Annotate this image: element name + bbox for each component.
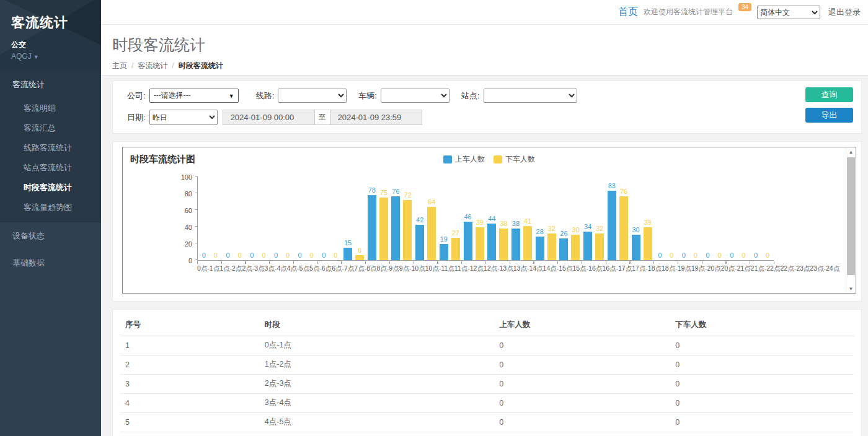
- bar-column: 32: [547, 177, 556, 260]
- company-select[interactable]: ---请选择--- ▼: [149, 89, 239, 103]
- x-axis-label: 7点-8点: [354, 264, 376, 273]
- breadcrumb: 主页/客流统计/时段客流统计: [112, 61, 868, 71]
- bar-column: 0: [655, 177, 664, 260]
- bar-value-label: 76: [620, 188, 627, 195]
- bar-group: 00: [222, 177, 246, 260]
- table-cell: 6: [120, 432, 260, 436]
- data-table-panel: 序号 时段 上车人数 下车人数 10点-1点0021点-2点0032点-3点00…: [112, 309, 862, 436]
- scroll-down-arrow-icon[interactable]: ▼: [846, 284, 856, 293]
- table-row: 43点-4点00: [120, 394, 854, 413]
- bar-column: 0: [319, 177, 328, 260]
- scroll-up-arrow-icon[interactable]: ▲: [846, 147, 856, 156]
- caret-down-icon: ▼: [229, 93, 234, 99]
- table-cell: 0: [670, 413, 854, 432]
- bar-value-label: 39: [644, 219, 651, 226]
- breadcrumb-current: 时段客流统计: [179, 61, 223, 70]
- table-cell: 0: [670, 336, 854, 355]
- bar-column: 76: [391, 177, 400, 260]
- bar-column: 30: [632, 177, 640, 260]
- breadcrumb-home[interactable]: 主页: [112, 61, 127, 70]
- bar-value-label: 0: [262, 251, 265, 259]
- language-select[interactable]: 简体中文: [757, 6, 820, 19]
- bar: [571, 235, 580, 260]
- bar-column: 0: [331, 177, 340, 260]
- table-cell: 0: [670, 375, 854, 394]
- x-axis-label: 1点-2点: [219, 264, 242, 273]
- sidebar-item-trend-chart[interactable]: 客流量趋势图: [0, 198, 101, 217]
- breadcrumb-passenger-stats[interactable]: 客流统计: [138, 61, 167, 70]
- bar-group: 4438: [485, 177, 510, 260]
- bar-column: 30: [571, 177, 580, 260]
- table-cell: 0: [494, 375, 670, 394]
- bar-group: 1927: [438, 177, 462, 260]
- x-axis-label: 23点-24点: [810, 264, 839, 273]
- sidebar-item-device-status[interactable]: 设备状态: [0, 222, 101, 250]
- bar-value-label: 0: [730, 251, 733, 259]
- sidebar-item-passenger-summary[interactable]: 客流汇总: [0, 118, 101, 138]
- bar: [632, 235, 640, 260]
- bar-value-label: 27: [452, 229, 459, 237]
- bar-column: 0: [715, 177, 724, 260]
- sidebar-item-line-stats[interactable]: 线路客流统计: [0, 138, 101, 158]
- bar: [644, 227, 652, 260]
- x-axis-label: 3点-4点: [265, 264, 287, 273]
- vehicle-select[interactable]: [381, 89, 450, 103]
- home-link[interactable]: 首页: [618, 6, 638, 19]
- bar-column: 0: [691, 177, 700, 260]
- bar-column: 38: [499, 177, 508, 260]
- bar: [476, 227, 484, 260]
- sidebar: 客流统计 公交 AQGJ▼ 客流统计 客流明细 客流汇总 线路客流统计 站点客流…: [0, 0, 101, 436]
- filter-panel: 公司: ---请选择--- ▼ 线路: 车辆: 站点: 日期: 昨日 至 查询 …: [112, 81, 862, 134]
- sidebar-item-passenger-detail[interactable]: 客流明细: [0, 98, 101, 118]
- bar-group: 00: [678, 177, 702, 260]
- chart-panel: 时段车流统计图 上车人数 下车人数 0000000000001567875767…: [112, 141, 862, 302]
- table-cell: 4: [120, 394, 260, 413]
- bar: [608, 191, 616, 260]
- sidebar-item-passenger-stats[interactable]: 客流统计: [0, 71, 101, 98]
- x-axis-label: 5点-6点: [309, 264, 332, 273]
- table-cell: 2: [120, 355, 260, 375]
- user-dropdown[interactable]: AQGJ▼: [11, 52, 90, 61]
- bar-column: 0: [247, 177, 256, 260]
- bar: [487, 224, 496, 260]
- bar-group: 00: [653, 177, 678, 260]
- sidebar-item-base-data[interactable]: 基础数据: [0, 250, 101, 277]
- scrollbar-thumb[interactable]: [847, 157, 855, 275]
- bar-group: 00: [725, 177, 750, 260]
- line-select[interactable]: [278, 89, 347, 103]
- date-from-input[interactable]: [223, 110, 314, 125]
- table-cell: 3点-4点: [260, 394, 495, 413]
- station-select[interactable]: [484, 89, 577, 103]
- bar-value-label: 32: [548, 225, 556, 232]
- bar-value-label: 0: [766, 251, 769, 259]
- bar-value-label: 19: [440, 235, 448, 243]
- x-axis-ticks: [197, 261, 774, 264]
- sidebar-item-period-stats[interactable]: 时段客流统计: [0, 178, 101, 198]
- bar-value-label: 64: [428, 198, 435, 206]
- station-label: 站点:: [461, 90, 480, 102]
- table-row: 54点-5点00: [120, 413, 854, 432]
- x-axis-label: 12点-13点: [484, 264, 513, 273]
- sidebar-item-station-stats[interactable]: 站点客流统计: [0, 158, 101, 178]
- legend-item-boarding[interactable]: 上车人数: [443, 154, 485, 165]
- legend-swatch-alighting: [494, 155, 502, 164]
- table-row: 10点-1点00: [120, 336, 854, 355]
- date-to-input[interactable]: [330, 110, 422, 125]
- date-separator: 至: [314, 110, 330, 125]
- bar-value-label: 41: [524, 217, 531, 225]
- y-axis-tick: [195, 176, 198, 177]
- bar-value-label: 34: [584, 223, 591, 230]
- table-cell: 0: [670, 394, 854, 413]
- logout-link[interactable]: 退出登录: [828, 7, 861, 18]
- bar: [451, 238, 460, 260]
- query-button[interactable]: 查询: [805, 87, 853, 102]
- bar-group: 7875: [366, 177, 390, 260]
- export-button[interactable]: 导出: [805, 108, 853, 123]
- y-axis-tick: [195, 243, 198, 243]
- date-preset-select[interactable]: 昨日: [149, 110, 218, 125]
- bar-column: 28: [536, 177, 544, 260]
- bar: [547, 233, 556, 260]
- bar-group: 3432: [582, 177, 606, 260]
- nav-section-passenger-stats: 客流统计 客流明细 客流汇总 线路客流统计 站点客流统计 时段客流统计 客流量趋…: [0, 71, 101, 222]
- legend-item-alighting[interactable]: 下车人数: [494, 154, 535, 165]
